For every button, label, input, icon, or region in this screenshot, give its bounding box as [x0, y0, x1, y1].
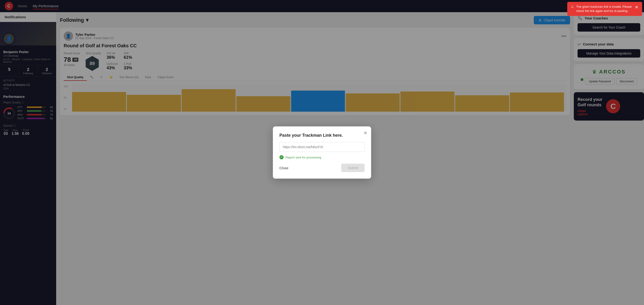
- toast-message: The given trackman link is invalid. Plea…: [576, 5, 632, 13]
- trackman-modal: Paste your Trackman Link here. ✕ ✓ Repor…: [273, 126, 371, 178]
- modal-close-button[interactable]: Close: [280, 166, 288, 170]
- trackman-link-input[interactable]: [280, 142, 364, 152]
- modal-success-message: ✓ Report sent for processing: [280, 155, 364, 160]
- success-icon: ✓: [280, 155, 284, 160]
- success-text: Report sent for processing: [286, 156, 321, 159]
- modal-overlay: Paste your Trackman Link here. ✕ ✓ Repor…: [0, 0, 644, 305]
- modal-title: Paste your Trackman Link here.: [280, 133, 364, 138]
- modal-submit-button[interactable]: Submit: [341, 164, 364, 172]
- error-toast: ⚠ The given trackman link is invalid. Pl…: [567, 2, 642, 16]
- modal-actions: Close Submit: [280, 164, 364, 172]
- toast-close-button[interactable]: ✕: [635, 5, 638, 10]
- modal-close-x-button[interactable]: ✕: [364, 130, 368, 136]
- warning-icon: ⚠: [571, 5, 574, 9]
